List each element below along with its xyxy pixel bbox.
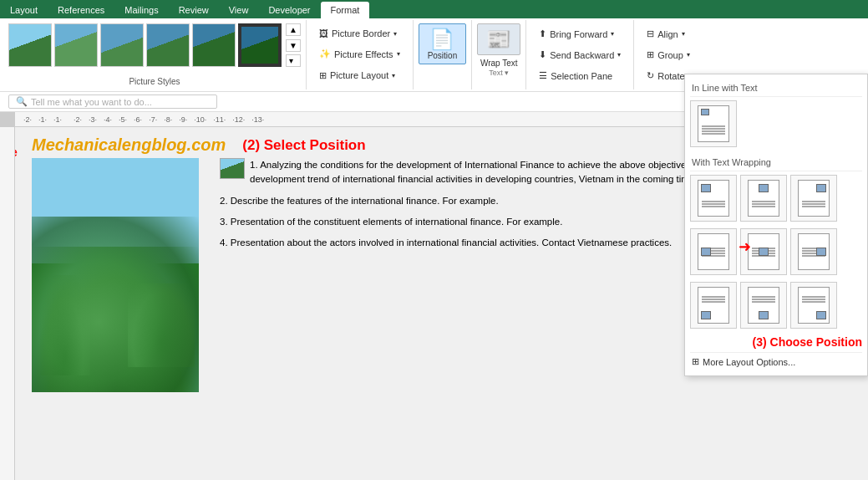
style-thumb-3[interactable] [100, 23, 144, 67]
group-icon: ⊞ [647, 49, 654, 60]
group-arrow: ▾ [687, 51, 690, 59]
pos-top-left-icon [698, 180, 729, 217]
send-backward-btn[interactable]: ⬇ Send Backward ▾ [533, 47, 627, 63]
align-icon: ⊟ [647, 28, 654, 39]
tab-format[interactable]: Format [321, 2, 370, 18]
inline-section: In Line with Text [690, 79, 862, 147]
ruler-mark: ·12· [232, 115, 245, 124]
send-backward-icon: ⬇ [539, 49, 546, 60]
tab-review[interactable]: Review [169, 2, 219, 18]
pos-bot-left-icon [698, 287, 729, 324]
picture-effects-btn[interactable]: ✨ Picture Effects ▾ [313, 46, 406, 62]
tab-developer[interactable]: Developer [258, 2, 320, 18]
text-label: Text ▾ [489, 69, 509, 77]
position-label: Position [428, 51, 458, 60]
bring-forward-label: Bring Forward [550, 29, 607, 39]
styles-scroll-up[interactable]: ▲ [286, 23, 301, 36]
pos-bot-right-icon [798, 287, 830, 324]
position-icon: 📄 [429, 28, 454, 51]
ruler-mark: ·4· [104, 115, 112, 124]
arrow-to-image [15, 177, 33, 257]
pos-bot-right-btn[interactable] [790, 282, 837, 329]
position-btn[interactable]: 📄 Position [419, 23, 467, 64]
style-thumb-5[interactable] [192, 23, 236, 67]
styles-scroll-down[interactable]: ▼ [286, 39, 301, 52]
ruler-mark: ·2· [23, 115, 32, 124]
send-backward-label: Send Backward [550, 50, 614, 60]
inline-title: In Line with Text [690, 79, 862, 97]
search-bar[interactable]: 🔍 Tell me what you want to do... [8, 94, 217, 109]
group-label: Group [657, 50, 683, 60]
step3-container: (3) Choose Position [690, 335, 862, 349]
more-layout-label: More Layout Options... [703, 357, 795, 367]
picture-styles-thumbnails: ▲ ▼ ▾ [8, 23, 301, 67]
more-layout-btn[interactable]: ⊞ More Layout Options... [690, 352, 862, 370]
rotate-icon: ↻ [647, 70, 654, 81]
pos-bot-center-btn[interactable] [740, 282, 787, 329]
vertical-ruler [0, 127, 15, 480]
pos-bot-left-btn[interactable] [690, 282, 737, 329]
pos-mid-left-btn[interactable]: ➜ [690, 228, 737, 275]
style-thumb-4[interactable] [146, 23, 190, 67]
pos-mid-center-icon [748, 233, 779, 270]
picture-layout-btn[interactable]: ⊞ Picture Layout ▾ [313, 68, 406, 84]
wrapping-title: With Text Wrapping [690, 154, 862, 171]
picture-effects-label: Picture Effects [334, 49, 393, 59]
selection-pane-label: Selection Pane [551, 71, 612, 81]
bring-forward-btn[interactable]: ⬆ Bring Forward ▾ [533, 26, 627, 42]
step3-label: (3) Choose Position [753, 335, 862, 349]
style-thumb-1[interactable] [8, 23, 52, 67]
ruler-mark: ·8· [164, 115, 172, 124]
style-thumb-6[interactable] [238, 23, 282, 67]
tab-view[interactable]: View [219, 2, 259, 18]
align-arrow: ▾ [682, 30, 685, 38]
step1-label: (1) Select picture [15, 146, 18, 159]
wrapping-grid-row1 [690, 175, 862, 222]
ribbon-tabs-bar: Layout References Mailings Review View D… [0, 0, 868, 18]
group-btn[interactable]: ⊞ Group ▾ [641, 47, 697, 63]
align-btn[interactable]: ⊟ Align ▾ [641, 26, 697, 42]
picture-effects-arrow: ▾ [397, 50, 400, 58]
wrap-text-btn[interactable]: 📰 [477, 23, 520, 55]
picture-layout-label: Picture Layout [330, 70, 388, 80]
pos-bot-center-icon [748, 287, 779, 324]
picture-border-btn[interactable]: 🖼 Picture Border ▾ [313, 26, 406, 41]
selection-pane-btn[interactable]: ☰ Selection Pane [533, 68, 627, 84]
wrapping-grid-row3 [690, 282, 862, 329]
pos-top-left-btn[interactable] [690, 175, 737, 222]
style-thumb-2[interactable] [54, 23, 98, 67]
picture-layout-arrow: ▾ [392, 72, 395, 79]
pos-top-right-btn[interactable] [790, 175, 837, 222]
pos-mid-left-icon [698, 233, 729, 270]
pos-top-right-icon [798, 180, 830, 217]
rotate-label: Rotate [657, 71, 684, 81]
ruler-mark: ·9· [179, 115, 187, 124]
wrap-text-icon: 📰 [486, 28, 511, 51]
tab-mailings[interactable]: Mailings [114, 2, 168, 18]
inline-position-icon [698, 105, 729, 142]
small-image-placeholder [220, 158, 245, 179]
inline-grid [690, 100, 862, 147]
styles-more[interactable]: ▾ [286, 54, 301, 67]
ruler-mark: ·5· [119, 115, 127, 124]
ruler-mark: ·2· [74, 115, 82, 124]
content-area: Mechanicalengblog.com (2) Select Positio… [0, 127, 868, 480]
pos-mid-right-btn[interactable] [790, 228, 837, 275]
inline-position-btn[interactable] [690, 100, 737, 147]
position-dropdown: In Line with Text With Te [684, 74, 868, 376]
tree-image [32, 158, 199, 392]
ruler-mark: ·11· [213, 115, 226, 124]
red-arrow-step3: ➜ [739, 237, 751, 256]
picture-border-arrow: ▾ [393, 30, 397, 38]
picture-border-icon: 🖼 [319, 28, 328, 38]
tab-references[interactable]: References [48, 2, 114, 18]
picture-styles-label: Picture Styles [129, 74, 180, 86]
wrapping-section: With Text Wrapping [690, 154, 862, 329]
ruler-mark: ·7· [149, 115, 157, 124]
tab-layout[interactable]: Layout [0, 2, 48, 18]
pos-top-center-btn[interactable] [740, 175, 787, 222]
ruler-mark: ·1· [53, 115, 62, 124]
bring-forward-arrow: ▾ [611, 30, 614, 38]
picture-layout-icon: ⊞ [319, 70, 327, 81]
svg-line-0 [15, 189, 18, 243]
